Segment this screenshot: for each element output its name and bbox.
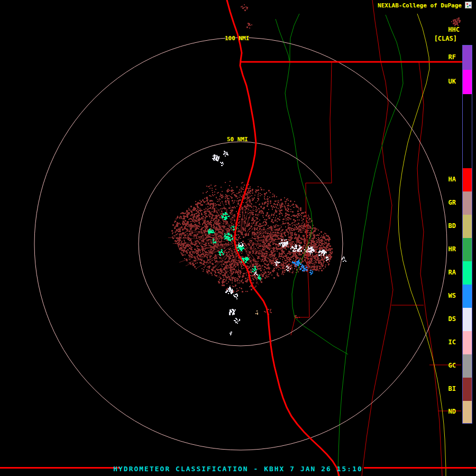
range-ring [139, 142, 343, 346]
highway-yellow [398, 14, 446, 476]
county-line [330, 62, 332, 183]
legend-label-RF: RF [448, 53, 456, 61]
river-line [338, 15, 403, 476]
legend-color-bar [462, 45, 472, 424]
legend-label-HR: HR [448, 245, 456, 253]
broken-image-icon [465, 2, 472, 8]
legend-swatch-spacer [463, 94, 472, 168]
legend-label-BD: BD [448, 222, 456, 230]
legend-swatch-GC [463, 354, 472, 378]
legend-label-IC: IC [448, 338, 456, 346]
range-ring [34, 38, 447, 450]
legend-label-GC: GC [448, 361, 456, 370]
legend-swatch-WS [463, 285, 472, 308]
legend-label-UK: UK [448, 77, 456, 86]
legend-swatch-BI [463, 378, 472, 401]
radar-screen: 100 NMI50 NMI NEXLAB-College of DuPage H… [0, 0, 476, 476]
legend-swatch-GR [463, 191, 472, 215]
county-line [372, 0, 381, 62]
county-line [362, 62, 393, 476]
river-line [276, 19, 313, 317]
county-line [417, 62, 442, 476]
range-ring-label: 100 NMI [225, 35, 249, 42]
legend-label-ND: ND [448, 407, 456, 416]
brand: NEXLAB-College of DuPage [378, 2, 462, 9]
legend-label-WS: WS [448, 291, 456, 300]
legend-swatch-DS [463, 308, 472, 331]
legend-label-HA: HA [448, 175, 456, 184]
legend-swatch-HA [463, 168, 472, 191]
legend-swatch-IC [463, 331, 472, 354]
legend-swatch-BD [463, 215, 472, 238]
product-code: HHC [448, 26, 460, 33]
river-line [295, 317, 348, 354]
legend-swatch-RA [463, 261, 472, 285]
highways [227, 0, 464, 476]
product-title: HYDROMETEOR CLASSIFICATION - KBHX 7 JAN … [113, 465, 363, 473]
legend-swatch-RF [463, 45, 472, 70]
legend-label-RA: RA [448, 268, 456, 277]
map-boundaries [276, 0, 461, 476]
legend-swatch-ND [463, 401, 472, 423]
legend-label-DS: DS [448, 315, 456, 323]
river-line [290, 14, 299, 62]
product-mode: [CLAS] [434, 35, 457, 42]
footer-rule-right [364, 467, 476, 469]
range-rings [34, 38, 447, 450]
legend-swatch-UK [463, 70, 472, 94]
radar-map [0, 0, 476, 476]
county-line [291, 317, 309, 335]
legend-swatch-HR [463, 238, 472, 261]
legend-label-BI: BI [448, 385, 456, 393]
footer-rule-left [0, 467, 120, 469]
legend-label-GR: GR [448, 198, 456, 207]
range-ring-label: 50 NMI [227, 136, 248, 143]
